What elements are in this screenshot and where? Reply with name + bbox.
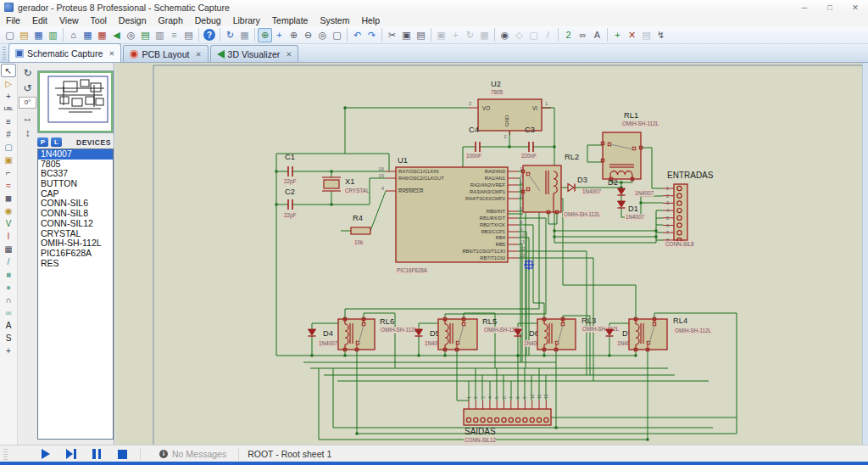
bill-of-materials-icon[interactable]: ▤	[138, 28, 153, 42]
graph-mode-icon[interactable]: ≈	[2, 179, 15, 191]
component-saidas[interactable]: 123456789101112SAIDASCONN-SIL12	[464, 394, 551, 443]
import-project-icon[interactable]: ▥	[46, 28, 60, 42]
device-item-1n4007[interactable]: 1N4007	[38, 149, 113, 160]
component-rl6[interactable]: RL6OMIH-SH-112L	[338, 317, 418, 351]
minimize-button[interactable]: ─	[792, 0, 817, 14]
block-rotate-icon[interactable]: ↻	[463, 28, 477, 42]
measure-tool-icon[interactable]: ≡	[167, 28, 181, 42]
redraw-display-icon[interactable]: ↻	[223, 28, 237, 42]
new-root-sheet-icon[interactable]: +	[610, 28, 625, 42]
menu-system[interactable]: System	[314, 15, 355, 25]
menu-template[interactable]: Template	[266, 15, 314, 25]
pcb-layout-view-icon[interactable]: ▦	[95, 28, 109, 42]
origin-icon[interactable]: ⊕	[258, 28, 272, 42]
goto-sheet-icon[interactable]: ▤	[639, 28, 654, 42]
cut-icon[interactable]: ✂	[385, 28, 399, 42]
device-pins-mode-icon[interactable]: ⌐	[2, 166, 15, 178]
menu-graph[interactable]: Graph	[153, 15, 189, 25]
zoom-all-icon[interactable]: ◎	[315, 28, 330, 42]
wire-autorouter-icon[interactable]: 2	[561, 28, 576, 42]
play-button[interactable]	[40, 449, 52, 459]
menu-file[interactable]: File	[0, 15, 26, 25]
maximize-button[interactable]: □	[817, 0, 843, 14]
tab-close-icon[interactable]: ✕	[108, 49, 114, 58]
wire-label-mode-icon[interactable]: LBL	[2, 103, 15, 115]
devices-list[interactable]: 1N40077805BC337BUTTONCAPCONN-SIL6CONN-SI…	[37, 148, 114, 440]
generator-mode-icon[interactable]: ◉	[2, 204, 15, 216]
menu-tool[interactable]: Tool	[85, 15, 113, 25]
tab-close-icon[interactable]: ✕	[195, 50, 201, 59]
2d-path-mode-icon[interactable]: ∞	[2, 306, 15, 318]
2d-marker-mode-icon[interactable]: +	[2, 345, 15, 356]
tape-recorder-mode-icon[interactable]: ◼	[2, 192, 15, 204]
2d-line-mode-icon[interactable]: /	[2, 255, 15, 267]
tab-pcb-layout[interactable]: PCB Layout✕	[123, 45, 208, 62]
schematic-capture-view-icon[interactable]: ▦	[81, 28, 95, 42]
component-x1[interactable]: X1CRYSTAL	[322, 177, 370, 194]
component-mode-icon[interactable]: ▷	[2, 77, 15, 89]
subcircuit-mode-icon[interactable]: ▢	[2, 141, 15, 153]
component-r4[interactable]: R410k	[351, 214, 370, 246]
toggle-grid-icon[interactable]: ▦	[237, 28, 252, 42]
pick-parts-icon[interactable]: ◉	[498, 28, 512, 42]
overview-pane[interactable]	[37, 70, 114, 133]
selection-mode-icon[interactable]: ↖	[2, 64, 15, 76]
home-page-icon[interactable]: ⌂	[66, 28, 81, 42]
3d-visualizer-view-icon[interactable]: ◀	[109, 28, 124, 42]
component-rl5[interactable]: RL5OMIH-SH-112L	[438, 317, 521, 351]
decompose-icon[interactable]: /	[541, 28, 555, 42]
property-assignment-icon[interactable]: A	[590, 28, 604, 42]
redo-icon[interactable]: ↷	[364, 28, 379, 42]
zoom-to-area-icon[interactable]: ▢	[330, 28, 344, 42]
component-c2[interactable]: C222pF	[283, 188, 297, 219]
packaging-tool-icon[interactable]: ▢	[526, 28, 541, 42]
rotate-clockwise-button[interactable]: ↻	[20, 66, 35, 79]
pan-view-icon[interactable]: +	[272, 28, 287, 42]
vertical-mirror-button[interactable]: ↕	[20, 126, 35, 139]
text-script-mode-icon[interactable]: ≡	[2, 115, 15, 127]
2d-box-mode-icon[interactable]: ■	[2, 268, 15, 280]
2d-arc-mode-icon[interactable]: ∩	[2, 294, 15, 305]
make-device-icon[interactable]: ◇	[512, 28, 526, 42]
search-and-tag-icon[interactable]: ∞	[576, 28, 590, 42]
pause-button[interactable]	[91, 449, 103, 459]
component-rl3[interactable]: RL3OMIH-SH-112L	[537, 317, 620, 351]
2d-circle-mode-icon[interactable]: ●	[2, 281, 15, 293]
device-item-conn-sil12[interactable]: CONN-SIL12	[38, 219, 113, 229]
open-design-icon[interactable]: ▤	[17, 28, 31, 42]
tab-close-icon[interactable]: ✕	[286, 50, 292, 59]
junction-dot-mode-icon[interactable]: +	[2, 90, 15, 102]
rotate-anticlockwise-button[interactable]: ↺	[20, 81, 35, 94]
block-move-icon[interactable]: +	[448, 28, 463, 42]
buses-mode-icon[interactable]: #	[2, 128, 15, 140]
terminals-mode-icon[interactable]: ▣	[2, 154, 15, 165]
block-copy-icon[interactable]: ▣	[434, 28, 448, 42]
menu-edit[interactable]: Edit	[26, 15, 53, 25]
rotation-angle-field[interactable]: 0°	[19, 97, 36, 109]
horizontal-mirror-button[interactable]: ↔	[20, 111, 35, 124]
component-rl1[interactable]: RL1OMIH-SH-112L	[601, 111, 659, 181]
component-entradas[interactable]: 12345678ENTRADASCONN-SIL8	[663, 171, 714, 248]
tab-schematic-capture[interactable]: Schematic Capture✕	[8, 43, 121, 62]
schematic-wires[interactable]	[275, 107, 737, 441]
component-u2[interactable]: VOVIGND312U27805	[469, 80, 551, 139]
component-u1[interactable]: 16RA7/OSC1/CLKIN15RA6/OSC2/CLKOUT4RA5/MC…	[378, 156, 526, 274]
2d-symbol-mode-icon[interactable]: S	[2, 332, 15, 344]
tab-3d-visualizer[interactable]: 3D Visualizer✕	[210, 45, 299, 62]
step-button[interactable]	[65, 449, 77, 459]
electrical-rule-check-icon[interactable]: ↯	[654, 28, 668, 42]
voltage-probe-mode-icon[interactable]: V	[2, 217, 15, 229]
device-item-res[interactable]: RES	[38, 259, 113, 269]
new-design-icon[interactable]: ▢	[3, 28, 17, 42]
menu-library[interactable]: Library	[227, 15, 266, 25]
pick-devices-button[interactable]: P	[37, 137, 48, 147]
current-probe-mode-icon[interactable]: I	[2, 230, 15, 242]
device-item-pic16f628a[interactable]: PIC16F628A	[38, 249, 113, 259]
stop-button[interactable]	[116, 449, 128, 459]
design-explorer-icon[interactable]: ◎	[124, 28, 138, 42]
menu-design[interactable]: Design	[113, 15, 153, 25]
simulation-analysis-icon[interactable]: ▥	[153, 28, 167, 42]
library-manager-button[interactable]: L	[51, 137, 62, 147]
save-design-icon[interactable]: ▦	[31, 28, 46, 42]
menu-help[interactable]: Help	[355, 15, 386, 25]
